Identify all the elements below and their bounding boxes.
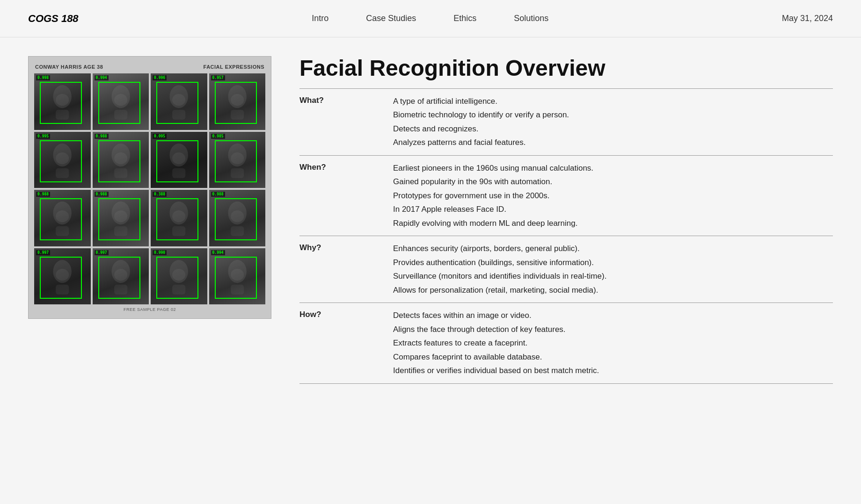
detection-box (156, 140, 198, 182)
detection-box (156, 257, 198, 299)
page-header: COGS 188 IntroCase StudiesEthicsSolution… (0, 0, 861, 37)
section-point: Allows for personalization (retail, mark… (393, 283, 825, 297)
section-point: Earliest pioneers in the 1960s using man… (393, 161, 825, 175)
face-cell: 0.985 (209, 132, 266, 188)
section-point: Provides authentication (buildings, sens… (393, 256, 825, 270)
detection-box (156, 198, 198, 240)
section-content: Detects faces within an image or video.A… (393, 303, 833, 384)
overview-table: What?A type of artificial intelligence.B… (299, 88, 833, 384)
section-point: Rapidly evolving with modern ML and deep… (393, 216, 825, 230)
section-label: How? (299, 303, 393, 384)
detection-score: 0.997 (95, 250, 109, 255)
detection-box (156, 82, 198, 124)
face-cell: 0.990 (151, 248, 207, 305)
main-content: CONWAY HARRIS AGE 38 FACIAL EXPRESSIONS … (0, 37, 861, 403)
detection-score: 0.990 (153, 250, 167, 255)
section-point: Gained popularity in the 90s with automa… (393, 175, 825, 189)
detection-score: 0.995 (36, 134, 50, 139)
detection-box (40, 257, 82, 299)
detection-box (98, 140, 140, 182)
detection-box (98, 82, 140, 124)
grid-header-right: FACIAL EXPRESSIONS (204, 64, 264, 70)
detection-box (98, 257, 140, 299)
section-label: When? (299, 155, 393, 236)
table-row: Why?Enhances security (airports, borders… (299, 236, 833, 303)
left-panel: CONWAY HARRIS AGE 38 FACIAL EXPRESSIONS … (28, 56, 271, 319)
face-grid-header: CONWAY HARRIS AGE 38 FACIAL EXPRESSIONS (34, 62, 265, 73)
face-cell: 0.988 (34, 190, 91, 246)
detection-box (40, 198, 82, 240)
section-content: Enhances security (airports, borders, ge… (393, 236, 833, 303)
section-point: A type of artificial intelligence. (393, 94, 825, 108)
section-label: What? (299, 88, 393, 155)
detection-score: 0.988 (36, 192, 50, 197)
header-date: May 31, 2024 (782, 14, 833, 23)
detection-score: 0.998 (36, 75, 50, 80)
section-point: Biometric technology to identify or veri… (393, 108, 825, 122)
detection-score: 0.957 (211, 75, 225, 80)
detection-score: 0.388 (153, 192, 167, 197)
logo: COGS 188 (28, 13, 79, 25)
main-nav: IntroCase StudiesEthicsSolutions (312, 14, 548, 23)
detection-score: 0.985 (211, 134, 225, 139)
face-cell: 0.988 (93, 132, 149, 188)
section-label: Why? (299, 236, 393, 303)
face-cell: 0.994 (93, 73, 149, 130)
grid-header-left: CONWAY HARRIS AGE 38 (35, 64, 103, 70)
detection-score: 0.988 (211, 192, 225, 197)
table-row: How?Detects faces within an image or vid… (299, 303, 833, 384)
detection-score: 0.095 (153, 134, 167, 139)
face-cell: 0.995 (34, 132, 91, 188)
section-content: A type of artificial intelligence.Biomet… (393, 88, 833, 155)
face-cell: 0.388 (151, 190, 207, 246)
face-cell: 0.994 (209, 248, 266, 305)
face-cell: 0.997 (34, 248, 91, 305)
right-panel: Facial Recognition Overview What?A type … (299, 56, 833, 384)
face-cell: 0.988 (209, 190, 266, 246)
section-point: Enhances security (airports, borders, ge… (393, 242, 825, 256)
section-point: Identifies or verifies individual based … (393, 364, 825, 378)
face-cell: 0.997 (93, 248, 149, 305)
detection-box (215, 82, 257, 124)
nav-item-solutions[interactable]: Solutions (514, 14, 548, 23)
detection-score: 0.997 (36, 250, 50, 255)
face-cell: 0.988 (93, 190, 149, 246)
section-point: Compares faceprint to available database… (393, 350, 825, 364)
detection-score: 0.988 (95, 134, 109, 139)
section-point: Surveillance (monitors and identifies in… (393, 269, 825, 283)
detection-box (40, 140, 82, 182)
section-point: Analyzes patterns and facial features. (393, 136, 825, 150)
nav-item-case-studies[interactable]: Case Studies (366, 14, 416, 23)
table-row: What?A type of artificial intelligence.B… (299, 88, 833, 155)
face-cell: 0.095 (151, 132, 207, 188)
nav-item-ethics[interactable]: Ethics (453, 14, 476, 23)
detection-box (215, 257, 257, 299)
section-point: Detects and recognizes. (393, 122, 825, 136)
section-point: Detects faces within an image or video. (393, 309, 825, 323)
detection-score: 0.988 (95, 192, 109, 197)
detection-score: 0.994 (95, 75, 109, 80)
detection-box (215, 140, 257, 182)
face-grid: 0.998 0.994 0.996 0.957 0.995 0.988 0.09… (34, 73, 265, 304)
page-title: Facial Recognition Overview (299, 56, 833, 81)
detection-score: 0.994 (211, 250, 225, 255)
nav-item-intro[interactable]: Intro (312, 14, 328, 23)
section-point: Prototypes for government use in the 200… (393, 189, 825, 203)
detection-score: 0.996 (153, 75, 167, 80)
face-grid-container: CONWAY HARRIS AGE 38 FACIAL EXPRESSIONS … (28, 56, 271, 319)
detection-box (215, 198, 257, 240)
section-point: Extracts features to create a faceprint. (393, 336, 825, 350)
face-cell: 0.957 (209, 73, 266, 130)
table-row: When?Earliest pioneers in the 1960s usin… (299, 155, 833, 236)
face-cell: 0.998 (34, 73, 91, 130)
detection-box (98, 198, 140, 240)
section-point: Aligns the face through detection of key… (393, 323, 825, 337)
face-grid-footer: FREE SAMPLE PAGE 02 (34, 304, 265, 313)
detection-box (40, 82, 82, 124)
section-content: Earliest pioneers in the 1960s using man… (393, 155, 833, 236)
section-point: In 2017 Apple releases Face ID. (393, 202, 825, 216)
face-cell: 0.996 (151, 73, 207, 130)
